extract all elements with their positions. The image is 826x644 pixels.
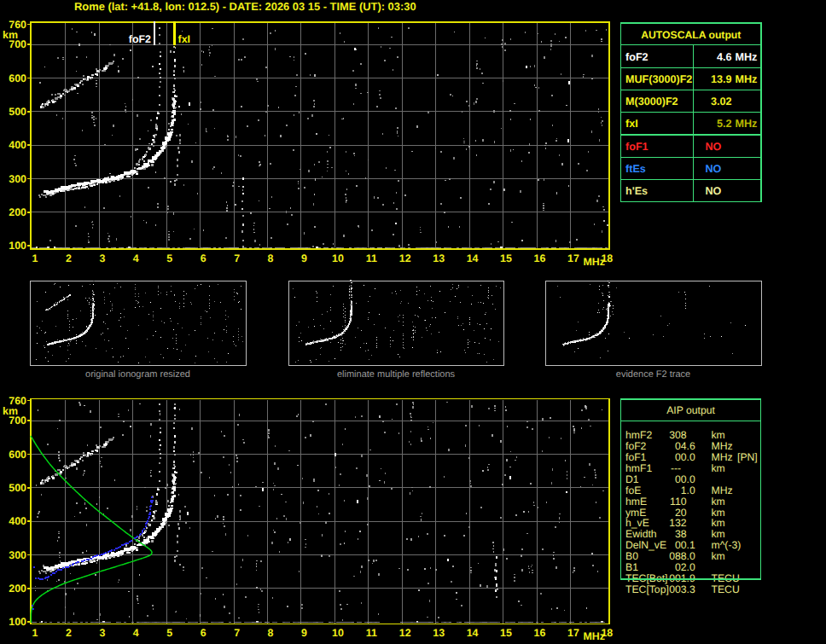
svg-text:3: 3: [99, 252, 105, 264]
svg-text:h_vE: h_vE: [625, 517, 649, 529]
svg-text:4: 4: [133, 627, 139, 639]
svg-text:hmF2: hmF2: [625, 429, 652, 441]
svg-text:02: 02: [675, 561, 687, 573]
svg-text:ymE: ymE: [625, 507, 646, 519]
svg-text:foF1: foF1: [625, 451, 647, 463]
svg-text:m^(-3): m^(-3): [712, 539, 742, 551]
svg-text:NO: NO: [706, 141, 722, 153]
svg-text:hmE: hmE: [625, 496, 647, 508]
svg-text:D1: D1: [625, 473, 639, 485]
svg-text:11: 11: [366, 252, 377, 264]
svg-text:132: 132: [669, 517, 687, 529]
svg-text:fxI: fxI: [625, 118, 638, 130]
svg-text:eliminate multiple reflections: eliminate multiple reflections: [337, 369, 456, 380]
svg-text:.0: .0: [687, 451, 695, 463]
svg-text:600: 600: [9, 449, 26, 461]
svg-text:088: 088: [669, 550, 687, 562]
svg-text:TEC[Top]: TEC[Top]: [625, 583, 669, 595]
svg-text:500: 500: [9, 482, 26, 494]
svg-text:MHz: MHz: [584, 630, 605, 642]
svg-text:km: km: [712, 507, 725, 519]
svg-text:13: 13: [433, 627, 445, 639]
svg-text:11: 11: [366, 627, 377, 639]
svg-text:16: 16: [534, 252, 546, 264]
svg-text:300: 300: [9, 549, 26, 561]
svg-text:38: 38: [675, 528, 687, 540]
svg-text:400: 400: [9, 515, 26, 527]
svg-text:MHz: MHz: [712, 451, 733, 463]
svg-text:100: 100: [9, 616, 26, 628]
svg-text:.9: .9: [687, 572, 695, 584]
svg-text:5: 5: [166, 252, 172, 264]
svg-text:.0: .0: [687, 561, 695, 573]
svg-text:hmF1: hmF1: [625, 462, 652, 474]
svg-text:MUF(3000)F2: MUF(3000)F2: [625, 73, 692, 85]
svg-text:AIP output: AIP output: [666, 404, 715, 416]
svg-text:5: 5: [166, 627, 172, 639]
svg-text:12: 12: [399, 252, 411, 264]
svg-text:200: 200: [9, 206, 26, 218]
svg-text:9: 9: [301, 252, 307, 264]
svg-text:.1: .1: [687, 539, 695, 551]
svg-text:15: 15: [500, 252, 512, 264]
svg-text:fxI: fxI: [178, 33, 190, 45]
svg-text:.0: .0: [687, 484, 695, 496]
svg-text:h'Es: h'Es: [625, 185, 648, 197]
svg-text:308: 308: [669, 429, 687, 441]
svg-text:700: 700: [9, 415, 26, 426]
svg-text:3.02: 3.02: [711, 96, 732, 107]
svg-text:4.6: 4.6: [717, 51, 732, 63]
svg-text:TEC[Bot]: TEC[Bot]: [625, 572, 667, 584]
svg-text:17: 17: [567, 252, 579, 264]
svg-text:3: 3: [99, 627, 105, 639]
svg-text:20: 20: [675, 507, 687, 519]
svg-text:4: 4: [133, 252, 139, 264]
svg-text:7: 7: [234, 252, 240, 264]
svg-text:10: 10: [332, 627, 344, 639]
svg-text:DelN_vE: DelN_vE: [625, 539, 666, 551]
svg-text:MHz: MHz: [712, 484, 733, 496]
svg-text:km: km: [712, 496, 725, 508]
svg-text:Rome (lat: +41.8, lon: 012.5): Rome (lat: +41.8, lon: 012.5) - DATE: 20…: [74, 0, 416, 13]
svg-text:9: 9: [301, 627, 307, 639]
svg-text:MHz: MHz: [712, 440, 733, 452]
svg-text:8: 8: [268, 252, 274, 264]
svg-text:200: 200: [9, 583, 26, 595]
svg-text:1: 1: [32, 627, 38, 639]
svg-text:foF2: foF2: [625, 51, 649, 63]
svg-text:2: 2: [66, 627, 72, 639]
svg-text:AUTOSCALA output: AUTOSCALA output: [641, 29, 741, 41]
svg-text:[PN]: [PN]: [737, 451, 758, 463]
svg-text:300: 300: [9, 173, 26, 185]
svg-text:.0: .0: [687, 550, 695, 562]
svg-text:8: 8: [268, 627, 274, 639]
svg-text:00: 00: [675, 539, 687, 551]
svg-text:13.9: 13.9: [711, 73, 732, 85]
svg-text:MHz: MHz: [584, 256, 605, 268]
svg-text:B0: B0: [625, 550, 638, 562]
svg-text:MHz: MHz: [736, 51, 758, 63]
svg-text:001: 001: [669, 572, 687, 584]
svg-text:foF2: foF2: [129, 33, 151, 45]
svg-text:00: 00: [675, 473, 687, 485]
svg-text:15: 15: [500, 627, 512, 639]
svg-text:km: km: [712, 528, 725, 540]
svg-text:NO: NO: [706, 185, 722, 197]
svg-text:7: 7: [234, 627, 240, 639]
svg-text:km: km: [712, 462, 725, 474]
svg-text:14: 14: [467, 627, 479, 639]
svg-text:003: 003: [669, 583, 687, 595]
svg-text:500: 500: [9, 106, 26, 118]
svg-text:5.2: 5.2: [717, 118, 732, 130]
svg-text:6: 6: [201, 627, 206, 639]
svg-text:.6: .6: [687, 440, 695, 452]
svg-text:00: 00: [675, 451, 687, 463]
svg-text:13: 13: [433, 252, 445, 264]
svg-text:04: 04: [675, 440, 687, 452]
svg-text:foF1: foF1: [625, 141, 649, 153]
svg-text:.0: .0: [687, 473, 695, 485]
svg-text:km: km: [712, 517, 725, 529]
svg-text:M(3000)F2: M(3000)F2: [625, 96, 678, 107]
svg-text:6: 6: [201, 252, 206, 264]
svg-text:12: 12: [399, 627, 411, 639]
